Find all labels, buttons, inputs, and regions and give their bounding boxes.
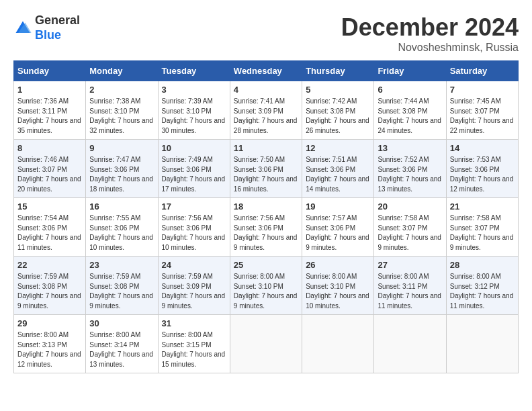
day-number: 14	[450, 143, 515, 153]
calendar-cell: 24Sunrise: 7:59 AMSunset: 3:09 PMDayligh…	[158, 257, 230, 315]
day-header-thursday: Thursday	[302, 61, 374, 81]
day-number: 6	[378, 85, 442, 95]
calendar-cell: 4Sunrise: 7:41 AMSunset: 3:09 PMDaylight…	[230, 81, 302, 140]
cell-content: Sunrise: 7:39 AMSunset: 3:10 PMDaylight:…	[162, 97, 226, 136]
day-header-tuesday: Tuesday	[158, 61, 230, 81]
calendar-cell	[230, 315, 302, 373]
day-number: 9	[89, 143, 154, 153]
day-number: 17	[162, 201, 226, 212]
calendar-cell: 11Sunrise: 7:50 AMSunset: 3:06 PMDayligh…	[230, 140, 302, 198]
calendar-cell: 28Sunrise: 8:00 AMSunset: 3:12 PMDayligh…	[446, 257, 518, 315]
cell-content: Sunrise: 7:54 AMSunset: 3:06 PMDaylight:…	[17, 214, 82, 253]
calendar-cell: 8Sunrise: 7:46 AMSunset: 3:07 PMDaylight…	[14, 140, 86, 198]
calendar-cell: 2Sunrise: 7:38 AMSunset: 3:10 PMDaylight…	[86, 81, 158, 140]
cell-content: Sunrise: 8:00 AMSunset: 3:12 PMDaylight:…	[450, 272, 515, 311]
day-number: 24	[162, 260, 226, 270]
calendar-cell	[374, 315, 446, 373]
calendar-cell: 25Sunrise: 8:00 AMSunset: 3:10 PMDayligh…	[230, 257, 302, 315]
week-row-2: 8Sunrise: 7:46 AMSunset: 3:07 PMDaylight…	[14, 140, 519, 198]
day-header-saturday: Saturday	[446, 61, 518, 81]
calendar-cell: 5Sunrise: 7:42 AMSunset: 3:08 PMDaylight…	[302, 81, 374, 140]
cell-content: Sunrise: 7:45 AMSunset: 3:07 PMDaylight:…	[450, 97, 515, 136]
day-header-sunday: Sunday	[14, 61, 86, 81]
day-number: 23	[89, 260, 154, 270]
logo-general-text: General	[35, 13, 80, 27]
cell-content: Sunrise: 7:56 AMSunset: 3:06 PMDaylight:…	[162, 214, 226, 253]
cell-content: Sunrise: 7:56 AMSunset: 3:06 PMDaylight:…	[234, 214, 298, 253]
cell-content: Sunrise: 7:44 AMSunset: 3:08 PMDaylight:…	[378, 97, 442, 136]
calendar-cell: 19Sunrise: 7:57 AMSunset: 3:06 PMDayligh…	[302, 198, 374, 257]
location: Novosheshminsk, Russia	[341, 42, 519, 54]
month-title: December 2024	[341, 13, 519, 42]
day-number: 25	[234, 260, 298, 270]
cell-content: Sunrise: 8:00 AMSunset: 3:11 PMDaylight:…	[378, 272, 442, 311]
cell-content: Sunrise: 7:42 AMSunset: 3:08 PMDaylight:…	[306, 97, 370, 136]
cell-content: Sunrise: 7:58 AMSunset: 3:07 PMDaylight:…	[378, 214, 442, 253]
day-number: 8	[17, 143, 82, 153]
cell-content: Sunrise: 7:41 AMSunset: 3:09 PMDaylight:…	[234, 97, 298, 136]
week-row-1: 1Sunrise: 7:36 AMSunset: 3:11 PMDaylight…	[14, 81, 519, 140]
day-header-friday: Friday	[374, 61, 446, 81]
week-row-4: 22Sunrise: 7:59 AMSunset: 3:08 PMDayligh…	[14, 257, 519, 315]
title-block: December 2024 Novosheshminsk, Russia	[341, 13, 519, 54]
calendar-cell: 18Sunrise: 7:56 AMSunset: 3:06 PMDayligh…	[230, 198, 302, 257]
calendar-cell: 13Sunrise: 7:52 AMSunset: 3:06 PMDayligh…	[374, 140, 446, 198]
cell-content: Sunrise: 7:55 AMSunset: 3:06 PMDaylight:…	[89, 214, 154, 253]
calendar-cell: 16Sunrise: 7:55 AMSunset: 3:06 PMDayligh…	[86, 198, 158, 257]
day-number: 15	[17, 201, 82, 212]
cell-content: Sunrise: 7:47 AMSunset: 3:06 PMDaylight:…	[89, 155, 154, 194]
day-number: 7	[450, 85, 515, 95]
calendar-cell: 9Sunrise: 7:47 AMSunset: 3:06 PMDaylight…	[86, 140, 158, 198]
calendar-cell: 17Sunrise: 7:56 AMSunset: 3:06 PMDayligh…	[158, 198, 230, 257]
cell-content: Sunrise: 8:00 AMSunset: 3:10 PMDaylight:…	[306, 272, 370, 311]
day-number: 16	[89, 201, 154, 212]
calendar-cell: 30Sunrise: 8:00 AMSunset: 3:14 PMDayligh…	[86, 315, 158, 373]
day-number: 19	[306, 201, 370, 212]
day-number: 21	[450, 201, 515, 212]
day-number: 20	[378, 201, 442, 212]
logo: General Blue	[13, 13, 80, 42]
cell-content: Sunrise: 7:46 AMSunset: 3:07 PMDaylight:…	[17, 155, 82, 194]
cell-content: Sunrise: 7:59 AMSunset: 3:08 PMDaylight:…	[17, 272, 82, 311]
day-number: 18	[234, 201, 298, 212]
calendar-cell	[446, 315, 518, 373]
day-number: 29	[17, 318, 82, 328]
day-number: 31	[162, 318, 226, 328]
day-number: 10	[162, 143, 226, 153]
cell-content: Sunrise: 8:00 AMSunset: 3:10 PMDaylight:…	[234, 272, 298, 311]
cell-content: Sunrise: 7:51 AMSunset: 3:06 PMDaylight:…	[306, 155, 370, 194]
day-number: 11	[234, 143, 298, 153]
calendar-cell: 6Sunrise: 7:44 AMSunset: 3:08 PMDaylight…	[374, 81, 446, 140]
day-number: 2	[89, 85, 154, 95]
week-row-5: 29Sunrise: 8:00 AMSunset: 3:13 PMDayligh…	[14, 315, 519, 373]
calendar-cell: 22Sunrise: 7:59 AMSunset: 3:08 PMDayligh…	[14, 257, 86, 315]
cell-content: Sunrise: 7:36 AMSunset: 3:11 PMDaylight:…	[17, 97, 82, 136]
header-row: SundayMondayTuesdayWednesdayThursdayFrid…	[14, 61, 519, 81]
calendar-cell: 26Sunrise: 8:00 AMSunset: 3:10 PMDayligh…	[302, 257, 374, 315]
calendar-cell: 1Sunrise: 7:36 AMSunset: 3:11 PMDaylight…	[14, 81, 86, 140]
cell-content: Sunrise: 8:00 AMSunset: 3:14 PMDaylight:…	[89, 330, 154, 369]
calendar-cell: 14Sunrise: 7:53 AMSunset: 3:06 PMDayligh…	[446, 140, 518, 198]
day-number: 27	[378, 260, 442, 270]
calendar-cell: 23Sunrise: 7:59 AMSunset: 3:08 PMDayligh…	[86, 257, 158, 315]
calendar-cell: 12Sunrise: 7:51 AMSunset: 3:06 PMDayligh…	[302, 140, 374, 198]
calendar-cell: 15Sunrise: 7:54 AMSunset: 3:06 PMDayligh…	[14, 198, 86, 257]
calendar-cell: 7Sunrise: 7:45 AMSunset: 3:07 PMDaylight…	[446, 81, 518, 140]
calendar-cell	[302, 315, 374, 373]
calendar-cell: 31Sunrise: 8:00 AMSunset: 3:15 PMDayligh…	[158, 315, 230, 373]
day-number: 3	[162, 85, 226, 95]
calendar-cell: 10Sunrise: 7:49 AMSunset: 3:06 PMDayligh…	[158, 140, 230, 198]
day-header-monday: Monday	[86, 61, 158, 81]
cell-content: Sunrise: 7:59 AMSunset: 3:09 PMDaylight:…	[162, 272, 226, 311]
day-number: 12	[306, 143, 370, 153]
cell-content: Sunrise: 7:53 AMSunset: 3:06 PMDaylight:…	[450, 155, 515, 194]
cell-content: Sunrise: 7:38 AMSunset: 3:10 PMDaylight:…	[89, 97, 154, 136]
calendar-cell: 27Sunrise: 8:00 AMSunset: 3:11 PMDayligh…	[374, 257, 446, 315]
cell-content: Sunrise: 7:50 AMSunset: 3:06 PMDaylight:…	[234, 155, 298, 194]
calendar-cell: 21Sunrise: 7:58 AMSunset: 3:07 PMDayligh…	[446, 198, 518, 257]
week-row-3: 15Sunrise: 7:54 AMSunset: 3:06 PMDayligh…	[14, 198, 519, 257]
day-number: 26	[306, 260, 370, 270]
cell-content: Sunrise: 7:49 AMSunset: 3:06 PMDaylight:…	[162, 155, 226, 194]
logo-icon	[13, 19, 32, 38]
day-number: 4	[234, 85, 298, 95]
